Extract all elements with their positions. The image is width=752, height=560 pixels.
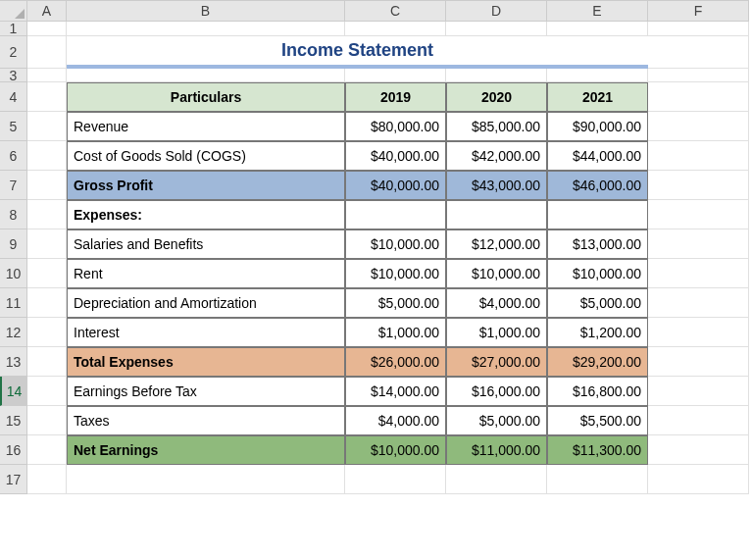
cell[interactable] — [547, 200, 648, 229]
val-ebt-2020[interactable]: $16,000.00 — [446, 377, 547, 406]
row-header-13[interactable]: 13 — [0, 347, 27, 377]
spreadsheet-grid[interactable]: A B C D E F 1 2 Income Statement 3 4 Par… — [0, 0, 752, 494]
label-cogs[interactable]: Cost of Goods Sold (COGS) — [67, 141, 345, 171]
cell[interactable] — [27, 141, 67, 171]
val-net-2019[interactable]: $10,000.00 — [345, 435, 446, 465]
val-taxes-2021[interactable]: $5,500.00 — [547, 406, 648, 435]
col-header-c[interactable]: C — [345, 0, 446, 22]
val-taxes-2020[interactable]: $5,000.00 — [446, 406, 547, 435]
col-header-a[interactable]: A — [27, 0, 67, 22]
th-2021[interactable]: 2021 — [547, 82, 648, 112]
cell[interactable] — [345, 200, 446, 229]
cell[interactable] — [648, 171, 749, 200]
cell[interactable] — [27, 318, 67, 347]
col-header-b[interactable]: B — [67, 0, 345, 22]
val-salaries-2019[interactable]: $10,000.00 — [345, 229, 446, 259]
row-header-2[interactable]: 2 — [0, 36, 27, 69]
col-header-f[interactable]: F — [648, 0, 749, 22]
val-gross-profit-2019[interactable]: $40,000.00 — [345, 171, 446, 200]
row-header-15[interactable]: 15 — [0, 406, 27, 435]
val-cogs-2020[interactable]: $42,000.00 — [446, 141, 547, 171]
cell[interactable] — [648, 288, 749, 318]
cell[interactable] — [648, 465, 749, 494]
cell[interactable] — [27, 377, 67, 406]
val-rent-2021[interactable]: $10,000.00 — [547, 259, 648, 288]
cell[interactable] — [27, 200, 67, 229]
val-ebt-2021[interactable]: $16,800.00 — [547, 377, 648, 406]
cell[interactable] — [648, 112, 749, 141]
cell[interactable] — [648, 69, 749, 82]
val-rent-2020[interactable]: $10,000.00 — [446, 259, 547, 288]
val-salaries-2020[interactable]: $12,000.00 — [446, 229, 547, 259]
val-net-2021[interactable]: $11,300.00 — [547, 435, 648, 465]
val-totexp-2021[interactable]: $29,200.00 — [547, 347, 648, 377]
label-expenses[interactable]: Expenses: — [67, 200, 345, 229]
cell[interactable] — [446, 69, 547, 82]
cell[interactable] — [648, 347, 749, 377]
col-header-e[interactable]: E — [547, 0, 648, 22]
row-header-17[interactable]: 17 — [0, 465, 27, 494]
cell[interactable] — [27, 435, 67, 465]
val-totexp-2020[interactable]: $27,000.00 — [446, 347, 547, 377]
cell[interactable] — [648, 259, 749, 288]
row-header-12[interactable]: 12 — [0, 318, 27, 347]
col-header-d[interactable]: D — [446, 0, 547, 22]
val-revenue-2021[interactable]: $90,000.00 — [547, 112, 648, 141]
val-interest-2020[interactable]: $1,000.00 — [446, 318, 547, 347]
label-net-earnings[interactable]: Net Earnings — [67, 435, 345, 465]
th-particulars[interactable]: Particulars — [67, 82, 345, 112]
cell[interactable] — [345, 69, 446, 82]
label-rent[interactable]: Rent — [67, 259, 345, 288]
val-revenue-2020[interactable]: $85,000.00 — [446, 112, 547, 141]
label-revenue[interactable]: Revenue — [67, 112, 345, 141]
cell[interactable] — [446, 200, 547, 229]
val-net-2020[interactable]: $11,000.00 — [446, 435, 547, 465]
label-ebt[interactable]: Earnings Before Tax — [67, 377, 345, 406]
row-header-5[interactable]: 5 — [0, 112, 27, 141]
cell[interactable] — [648, 36, 749, 69]
val-dep-2020[interactable]: $4,000.00 — [446, 288, 547, 318]
cell[interactable] — [446, 22, 547, 36]
label-interest[interactable]: Interest — [67, 318, 345, 347]
val-revenue-2019[interactable]: $80,000.00 — [345, 112, 446, 141]
cell[interactable] — [27, 171, 67, 200]
sheet-title[interactable]: Income Statement — [67, 36, 648, 69]
select-all-corner[interactable] — [0, 0, 27, 22]
cell[interactable] — [648, 82, 749, 112]
cell[interactable] — [547, 69, 648, 82]
row-header-8[interactable]: 8 — [0, 200, 27, 229]
row-header-16[interactable]: 16 — [0, 435, 27, 465]
label-gross-profit[interactable]: Gross Profit — [67, 171, 345, 200]
cell[interactable] — [648, 229, 749, 259]
label-taxes[interactable]: Taxes — [67, 406, 345, 435]
row-header-9[interactable]: 9 — [0, 229, 27, 259]
cell[interactable] — [446, 465, 547, 494]
val-totexp-2019[interactable]: $26,000.00 — [345, 347, 446, 377]
cell[interactable] — [648, 318, 749, 347]
label-total-expenses[interactable]: Total Expenses — [67, 347, 345, 377]
cell[interactable] — [27, 465, 67, 494]
cell[interactable] — [27, 82, 67, 112]
cell[interactable] — [27, 36, 67, 69]
cell[interactable] — [27, 288, 67, 318]
cell[interactable] — [27, 69, 67, 82]
cell[interactable] — [27, 347, 67, 377]
val-gross-profit-2020[interactable]: $43,000.00 — [446, 171, 547, 200]
cell[interactable] — [648, 141, 749, 171]
val-cogs-2019[interactable]: $40,000.00 — [345, 141, 446, 171]
cell[interactable] — [345, 22, 446, 36]
val-dep-2021[interactable]: $5,000.00 — [547, 288, 648, 318]
row-header-6[interactable]: 6 — [0, 141, 27, 171]
val-ebt-2019[interactable]: $14,000.00 — [345, 377, 446, 406]
val-salaries-2021[interactable]: $13,000.00 — [547, 229, 648, 259]
val-dep-2019[interactable]: $5,000.00 — [345, 288, 446, 318]
label-depreciation[interactable]: Depreciation and Amortization — [67, 288, 345, 318]
th-2019[interactable]: 2019 — [345, 82, 446, 112]
cell[interactable] — [27, 112, 67, 141]
row-header-14[interactable]: 14 — [0, 377, 27, 406]
row-header-7[interactable]: 7 — [0, 171, 27, 200]
cell[interactable] — [648, 377, 749, 406]
cell[interactable] — [27, 22, 67, 36]
row-header-1[interactable]: 1 — [0, 22, 27, 36]
row-header-11[interactable]: 11 — [0, 288, 27, 318]
